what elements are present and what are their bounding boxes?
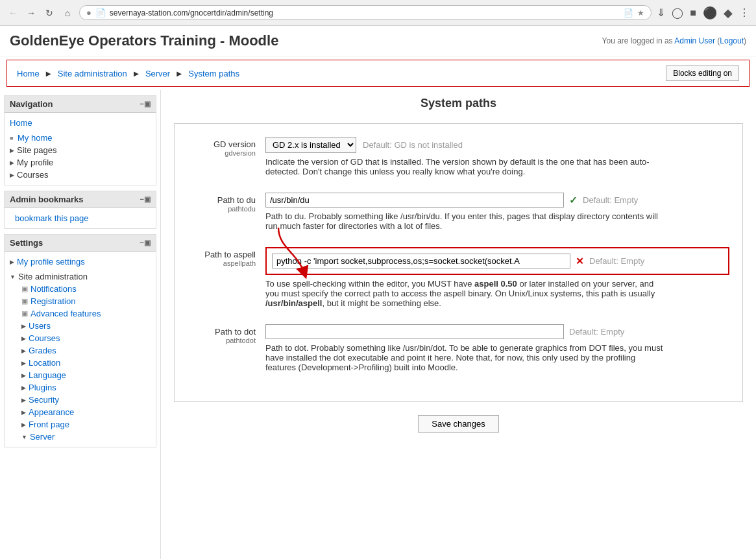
- gd-version-input-row: GD 2.x is installed GD 1.x is installed …: [265, 137, 729, 153]
- gd-default-text: Default: GD is not installed: [363, 140, 463, 150]
- site-title: GoldenEye Operators Training - Moodle: [10, 32, 278, 49]
- path-du-input[interactable]: [265, 193, 564, 208]
- breadcrumb-server[interactable]: Server: [145, 69, 170, 78]
- admin-user-link[interactable]: Admin User: [674, 36, 715, 45]
- gd-version-input-col: GD 2.x is installed GD 1.x is installed …: [265, 137, 729, 176]
- path-du-row: Path to du pathtodu ✓ Default: Empty Pat…: [188, 193, 729, 231]
- admin-bookmarks-header: Admin bookmarks −▣: [5, 191, 156, 208]
- path-dot-input-col: Default: Empty Path to dot. Probably som…: [265, 324, 729, 372]
- courses-item[interactable]: ▶ Courses: [21, 332, 151, 344]
- language-item[interactable]: ▶ Language: [21, 369, 151, 381]
- clear-aspell-btn[interactable]: ✕: [576, 256, 584, 267]
- nav-item-sitepages[interactable]: ▶ Site pages: [10, 144, 151, 156]
- forward-btn[interactable]: →: [25, 6, 38, 19]
- menu-icon[interactable]: ⋮: [739, 6, 750, 19]
- path-du-default: Default: Empty: [583, 195, 638, 205]
- aspell-highlight-box: ✕ Default: Empty: [265, 247, 729, 275]
- server-item[interactable]: ▼ Server: [21, 431, 151, 443]
- admin-bookmarks-content: bookmark this page: [5, 208, 156, 228]
- path-du-input-col: ✓ Default: Empty Path to du. Probably so…: [265, 193, 729, 231]
- square-icon: ■: [10, 135, 15, 141]
- path-dot-description: Path to dot. Probably something like /us…: [265, 343, 668, 372]
- tri-icon: ▶: [10, 160, 14, 166]
- plugins-item[interactable]: ▶ Plugins: [21, 381, 151, 394]
- tri-right-icon: ▶: [21, 385, 26, 391]
- refresh-btn[interactable]: ↻: [43, 6, 56, 19]
- save-changes-btn[interactable]: Save changes: [418, 415, 498, 433]
- page-header: GoldenEye Operators Training - Moodle Yo…: [0, 26, 756, 56]
- path-dot-sublabel: pathtodot: [188, 337, 256, 344]
- path-aspell-sublabel: aspellpath: [188, 259, 256, 267]
- settings-block: Settings −▣ ▶ My profile settings ▼ Site…: [4, 234, 156, 447]
- url-text: severnaya-station.com/gnocertdir/admin/s…: [110, 8, 620, 18]
- browser-action-icons: ⇓ ◯ ■ ⚫ ◆ ⋮: [657, 6, 750, 20]
- path-aspell-label: Path to aspell: [204, 250, 256, 259]
- nav-home-link[interactable]: Home: [10, 117, 151, 129]
- path-dot-input-row: Default: Empty: [265, 324, 729, 339]
- check-icon: ✓: [569, 195, 578, 206]
- save-row: Save changes: [174, 415, 743, 433]
- tri-icon: ▶: [10, 172, 14, 178]
- nav-item-myhome: ■ My home: [10, 132, 151, 144]
- bookmarks-controls[interactable]: −▣: [140, 195, 151, 204]
- nav-block-controls[interactable]: −▣: [140, 100, 151, 108]
- tri-right-icon: ▶: [21, 348, 26, 354]
- gd-version-row: GD version gdversion GD 2.x is installed…: [188, 137, 729, 176]
- path-du-sublabel: pathtodu: [188, 205, 256, 213]
- download-icon[interactable]: ⇓: [657, 6, 665, 19]
- site-admin-subtree: ▣ Notifications ▣ Registration ▣ Advance…: [10, 283, 151, 443]
- tri-right-icon: ▶: [21, 323, 26, 329]
- nav-item-myprofile[interactable]: ▶ My profile: [10, 156, 151, 169]
- logout-link[interactable]: Logout: [720, 36, 744, 45]
- settings-controls[interactable]: −▣: [140, 239, 151, 247]
- front-page-item[interactable]: ▶ Front page: [21, 418, 151, 431]
- path-aspell-input[interactable]: [272, 254, 570, 268]
- location-item[interactable]: ▶ Location: [21, 357, 151, 369]
- path-aspell-default: Default: Empty: [589, 256, 644, 266]
- advanced-features-item[interactable]: ▣ Advanced features: [21, 307, 151, 320]
- admin-bookmarks-block: Admin bookmarks −▣ bookmark this page: [4, 191, 156, 229]
- path-aspell-row: Path to aspell aspellpath ✕ Default: Emp…: [188, 247, 729, 308]
- extension2-icon[interactable]: ◆: [724, 6, 733, 20]
- extension-icon[interactable]: ■: [690, 7, 696, 19]
- doc-icon: ▣: [21, 297, 28, 305]
- gd-version-sublabel: gdversion: [188, 149, 256, 157]
- login-info: You are logged in as Admin User (Logout): [602, 36, 746, 45]
- path-dot-row: Path to dot pathtodot Default: Empty Pat…: [188, 324, 729, 372]
- back-btn[interactable]: ←: [6, 6, 19, 19]
- url-bar[interactable]: ● 📄 severnaya-station.com/gnocertdir/adm…: [79, 5, 652, 20]
- profile-icon[interactable]: ⚫: [703, 6, 717, 20]
- my-profile-settings-item[interactable]: ▶ My profile settings: [10, 256, 151, 268]
- tri-down-icon: ▼: [21, 434, 27, 440]
- grades-item[interactable]: ▶ Grades: [21, 344, 151, 357]
- breadcrumb-current[interactable]: System paths: [188, 69, 239, 78]
- nav-item-courses[interactable]: ▶ Courses: [10, 169, 151, 181]
- gd-version-select[interactable]: GD 2.x is installed GD 1.x is installed …: [265, 137, 356, 153]
- appearance-item[interactable]: ▶ Appearance: [21, 406, 151, 418]
- security-item[interactable]: ▶ Security: [21, 394, 151, 406]
- blocks-editing-btn[interactable]: Blocks editing on: [666, 65, 739, 81]
- path-du-input-row: ✓ Default: Empty: [265, 193, 729, 208]
- tri-right-icon: ▶: [21, 335, 26, 342]
- site-admin-item[interactable]: ▼ Site administration: [10, 270, 151, 283]
- content-area: System paths GD version gdversion GD 2.x…: [161, 90, 756, 559]
- path-aspell-description: To use spell-checking within the editor,…: [265, 279, 668, 308]
- navigation-block: Navigation −▣ Home ■ My home ▶ Site page…: [4, 95, 156, 185]
- user-icon[interactable]: ◯: [672, 6, 683, 19]
- home-nav-btn[interactable]: ⌂: [61, 6, 74, 19]
- path-dot-label: Path to dot: [215, 327, 256, 337]
- breadcrumb-home[interactable]: Home: [17, 69, 40, 78]
- bookmark-link[interactable]: bookmark this page: [10, 212, 151, 224]
- path-du-description: Path to du. Probably something like /usr…: [265, 211, 668, 231]
- path-dot-input[interactable]: [265, 324, 564, 339]
- settings-block-header: Settings −▣: [5, 235, 156, 252]
- path-aspell-input-row: ✕ Default: Empty: [272, 254, 723, 268]
- breadcrumb-site-admin[interactable]: Site administration: [58, 69, 127, 78]
- breadcrumb-bar: Home ► Site administration ► Server ► Sy…: [6, 60, 750, 87]
- registration-item[interactable]: ▣ Registration: [21, 295, 151, 307]
- gd-version-label: GD version: [213, 139, 256, 149]
- tri-down-icon: ▼: [10, 274, 16, 280]
- notifications-item[interactable]: ▣ Notifications: [21, 283, 151, 295]
- users-item[interactable]: ▶ Users: [21, 320, 151, 332]
- settings-block-content: ▶ My profile settings ▼ Site administrat…: [5, 252, 156, 447]
